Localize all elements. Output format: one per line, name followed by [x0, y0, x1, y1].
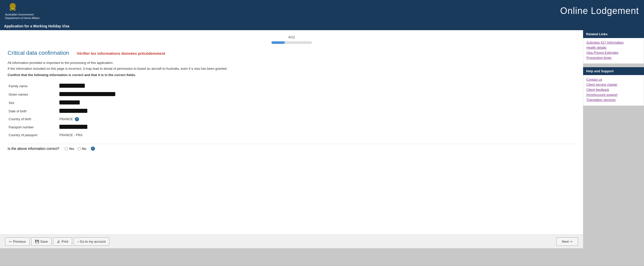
site-title: Online Lodgement	[560, 6, 639, 16]
previous-icon: ⇦	[9, 240, 12, 243]
sidebar-link-subclass417[interactable]: Subclass 417 Information	[586, 41, 641, 44]
table-row: Date of birth	[8, 107, 575, 115]
sidebar-link-contact-us[interactable]: Contact us	[586, 78, 641, 81]
field-value-country-passport: FRANCE - FRA	[58, 131, 575, 139]
field-value-dob	[58, 107, 575, 115]
table-row: Country of passport FRANCE - FRA	[8, 131, 575, 139]
gov-logo-icon	[5, 2, 20, 12]
logo-area: Australian Government Department of Home…	[5, 2, 40, 20]
sidebar-link-client-feedback[interactable]: Client feedback	[586, 88, 641, 92]
progress-bar-fill	[271, 41, 285, 44]
sidebar-related-links-content: Subclass 417 Information Health details …	[583, 38, 644, 64]
radio-no-input[interactable]	[78, 147, 81, 150]
radio-no-text: No	[82, 147, 86, 151]
go-to-account-label: Go to my account	[80, 240, 106, 243]
sidebar-link-immiaccount-support[interactable]: ImmiAccount support	[586, 93, 641, 97]
progress-bar-track	[271, 41, 312, 44]
radio-yes-input[interactable]	[64, 147, 68, 150]
intro-text-2: If the information included on this page…	[8, 67, 575, 70]
field-label-family-name: Family name	[8, 82, 58, 90]
heading-row: Critical data confirmation Vérifier les …	[8, 47, 575, 59]
save-label: Save	[40, 240, 48, 243]
sidebar-link-visa-pricing[interactable]: Visa Pricing Estimator	[586, 51, 641, 55]
app-bar-title: Application for a Working Holiday Visa	[4, 24, 69, 28]
sidebar: Related Links Subclass 417 Information H…	[583, 30, 644, 111]
account-icon: ›	[77, 240, 78, 243]
main-layout: 4/12 Critical data confirmation Vérifier…	[0, 30, 644, 248]
radio-yes-label[interactable]: Yes	[64, 147, 74, 151]
next-button[interactable]: Next ⇨	[556, 237, 578, 246]
field-label-country-passport: Country of passport	[8, 131, 58, 139]
next-icon: ⇨	[570, 240, 573, 243]
intro-text-1: All information provided is important to…	[8, 61, 575, 65]
table-row: Passport number	[8, 123, 575, 131]
confirm-text: Confirm that the following information i…	[8, 73, 575, 77]
field-label-dob: Date of birth	[8, 107, 58, 115]
sidebar-help-box: Help and Support Contact us Client servi…	[583, 67, 644, 106]
correct-question-label: Is the above information correct?	[8, 147, 59, 151]
country-birth-text: FRANCE	[59, 117, 73, 121]
next-label: Next	[562, 240, 569, 243]
previous-button[interactable]: ⇦ Previous	[5, 237, 30, 246]
field-label-passport-number: Passport number	[8, 123, 58, 131]
redacted-given-names	[59, 92, 115, 96]
correct-question-row: Is the above information correct? Yes No…	[8, 147, 575, 151]
field-label-given-names: Given names	[8, 90, 58, 99]
sidebar-help-header: Help and Support	[583, 67, 644, 75]
field-value-family-name	[58, 82, 575, 90]
header: Australian Government Department of Home…	[0, 0, 644, 22]
print-button[interactable]: 🖨 Print	[53, 237, 72, 246]
app-bar: Application for a Working Holiday Visa	[0, 22, 644, 30]
field-value-sex	[58, 99, 575, 107]
redacted-dob	[59, 109, 87, 113]
field-label-country-birth: Country of birth	[8, 115, 58, 123]
redacted-family-name	[59, 84, 85, 88]
country-passport-text: FRANCE - FRA	[59, 133, 82, 137]
sidebar-link-translation-services[interactable]: Translation services	[586, 98, 641, 102]
sidebar-related-links-box: Related Links Subclass 417 Information H…	[583, 30, 644, 64]
redacted-sex	[59, 100, 80, 104]
print-label: Print	[61, 240, 68, 243]
field-label-sex: Sex	[8, 99, 58, 107]
save-icon: 💾	[35, 240, 39, 243]
save-button[interactable]: 💾 Save	[31, 237, 52, 246]
page-heading: Critical data confirmation	[8, 50, 69, 56]
warning-text: Vérifier les informations données précéd…	[77, 51, 165, 56]
progress-label: 4/12	[8, 35, 575, 39]
go-to-account-button[interactable]: › Go to my account	[74, 237, 109, 246]
table-row: Given names	[8, 90, 575, 99]
footer-buttons: ⇦ Previous 💾 Save 🖨 Print › Go to my acc…	[0, 235, 583, 248]
sidebar-link-processing-times[interactable]: Processing times	[586, 56, 641, 60]
print-icon: 🖨	[57, 240, 60, 243]
radio-no-label[interactable]: No	[78, 147, 86, 151]
table-row: Family name	[8, 82, 575, 90]
help-icon-correct[interactable]: ?	[91, 147, 95, 151]
radio-yes-text: Yes	[69, 147, 74, 151]
progress-container: 4/12	[8, 35, 575, 45]
content-area: 4/12 Critical data confirmation Vérifier…	[0, 30, 583, 248]
sidebar-related-links-header: Related Links	[583, 30, 644, 38]
footer-left: ⇦ Previous 💾 Save 🖨 Print › Go to my acc…	[5, 237, 109, 246]
table-row: Sex	[8, 99, 575, 107]
content-inner: 4/12 Critical data confirmation Vérifier…	[0, 30, 583, 235]
redacted-passport	[59, 125, 87, 129]
field-value-given-names	[58, 90, 575, 99]
sidebar-help-content: Contact us Client service charter Client…	[583, 75, 644, 106]
field-value-country-birth: FRANCE ?	[58, 115, 575, 123]
gov-text: Australian Government Department of Home…	[5, 13, 40, 20]
table-row: Country of birth FRANCE ?	[8, 115, 575, 123]
sidebar-link-health-details[interactable]: Health details	[586, 46, 641, 49]
help-icon-country-birth[interactable]: ?	[75, 117, 79, 121]
previous-label: Previous	[13, 240, 26, 243]
field-value-passport-number	[58, 123, 575, 131]
fields-table: Family name Given names Sex	[8, 82, 575, 139]
sidebar-link-client-service-charter[interactable]: Client service charter	[586, 83, 641, 86]
separator	[8, 144, 575, 144]
radio-group-correct: Yes No ?	[64, 147, 95, 151]
